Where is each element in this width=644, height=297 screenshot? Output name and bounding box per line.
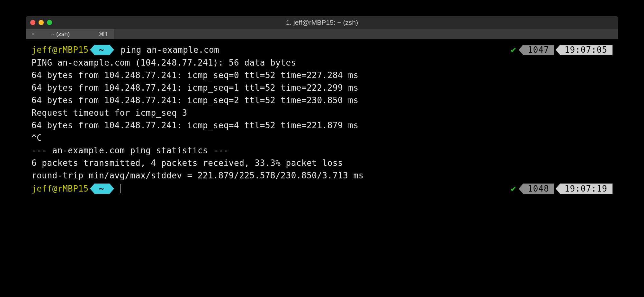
prompt-cwd: ~ <box>94 45 110 55</box>
command-text: ping an-example.com <box>121 44 219 56</box>
traffic-lights <box>30 20 52 25</box>
prompt-user-host: jeff@rMBP15 <box>31 44 89 56</box>
close-tab-icon[interactable]: × <box>31 31 35 38</box>
output-line: 6 packets transmitted, 4 packets receive… <box>31 157 613 169</box>
minimize-window-button[interactable] <box>39 20 44 25</box>
history-number: 1047 <box>523 45 554 55</box>
history-number: 1048 <box>523 184 554 194</box>
cursor-icon <box>121 184 121 193</box>
output-line: 64 bytes from 104.248.77.241: icmp_seq=2… <box>31 94 613 107</box>
titlebar[interactable]: 1. jeff@rMBP15: ~ (zsh) <box>26 16 618 29</box>
tab-zsh[interactable]: × ~ (zsh) ⌘1 <box>26 29 114 39</box>
output-line: Request timeout for icmp_seq 3 <box>31 107 613 119</box>
tab-bar: × ~ (zsh) ⌘1 <box>26 29 618 39</box>
prompt-user-host: jeff@rMBP15 <box>31 183 89 195</box>
prompt-line: jeff@rMBP15 ~ ✔ 1048 19:07:19 <box>31 182 613 195</box>
tab-label: ~ (zsh) <box>51 31 70 38</box>
prompt-cwd: ~ <box>94 184 110 194</box>
output-line: round-trip min/avg/max/stddev = 221.879/… <box>31 169 613 182</box>
close-window-button[interactable] <box>30 20 35 25</box>
status-check-icon: ✔ <box>511 182 516 195</box>
tab-shortcut: ⌘1 <box>99 31 108 38</box>
output-line: 64 bytes from 104.248.77.241: icmp_seq=4… <box>31 119 613 132</box>
status-check-icon: ✔ <box>511 43 516 57</box>
terminal-window: 1. jeff@rMBP15: ~ (zsh) × ~ (zsh) ⌘1 jef… <box>26 16 618 234</box>
output-line: --- an-example.com ping statistics --- <box>31 144 613 157</box>
prompt-time: 19:07:05 <box>560 45 613 55</box>
prompt-time: 19:07:19 <box>560 184 613 194</box>
maximize-window-button[interactable] <box>47 20 52 25</box>
window-title: 1. jeff@rMBP15: ~ (zsh) <box>286 19 358 26</box>
terminal-body[interactable]: jeff@rMBP15 ~ ping an-example.com ✔ 1047… <box>26 39 618 234</box>
output-line: PING an-example.com (104.248.77.241): 56… <box>31 57 613 69</box>
output-line: 64 bytes from 104.248.77.241: icmp_seq=1… <box>31 82 613 94</box>
output-line: ^C <box>31 132 613 144</box>
prompt-line: jeff@rMBP15 ~ ping an-example.com ✔ 1047… <box>31 43 613 57</box>
output-line: 64 bytes from 104.248.77.241: icmp_seq=0… <box>31 69 613 82</box>
